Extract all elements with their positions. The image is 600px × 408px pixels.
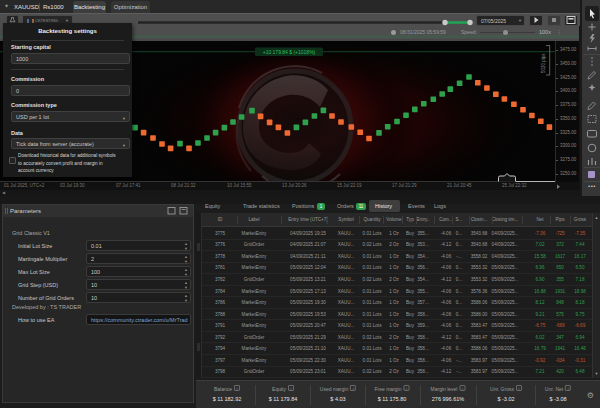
- svg-text:+10 179.84 $ (+1018%): +10 179.84 $ (+1018%): [263, 49, 316, 55]
- svg-text:5020 pips: 5020 pips: [541, 53, 546, 73]
